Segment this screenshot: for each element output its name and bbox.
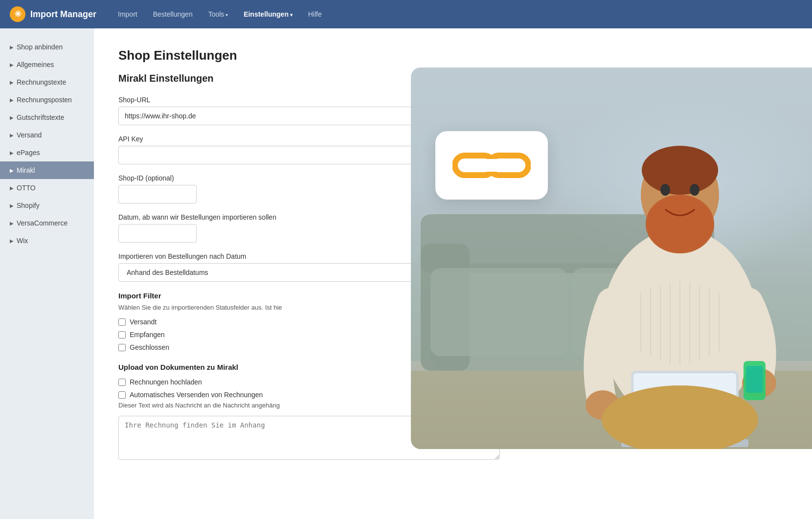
- sidebar-label: Versand: [17, 131, 42, 139]
- nav-hilfe[interactable]: Hilfe: [301, 6, 329, 22]
- import-by-label: Importieren von Bestellungen nach Datum: [118, 252, 788, 260]
- arrow-icon: ▶: [10, 133, 14, 138]
- api-key-input[interactable]: [118, 146, 500, 164]
- checkbox-versandt: Versandt: [118, 318, 788, 326]
- arrow-icon: ▶: [10, 115, 14, 120]
- message-textarea[interactable]: [118, 416, 500, 460]
- sidebar-label: Gutschriftstexte: [17, 113, 64, 121]
- sidebar-label: Allgemeines: [17, 61, 54, 68]
- sidebar-label: VersaCommerce: [17, 219, 68, 227]
- date-group: Datum, ab wann wir Bestellungen importie…: [118, 213, 788, 243]
- sidebar-item-rechnungstexte[interactable]: ▶ Rechnungstexte: [0, 73, 94, 91]
- checkbox-rechnungen-input[interactable]: [118, 379, 126, 386]
- checkbox-empfangen: Empfangen: [118, 331, 788, 338]
- import-filter-desc: Wählen Sie die zu importierenden Statusf…: [118, 304, 788, 311]
- upload-group: Upload von Dokumenten zu Mirakl Rechnung…: [118, 363, 788, 461]
- nav-bestellungen[interactable]: Bestellungen: [146, 6, 200, 22]
- checkbox-auto-versenden-label: Automatisches Versenden von Rechnungen: [130, 391, 263, 399]
- arrow-icon: ▶: [10, 203, 14, 208]
- nav-links: Import Bestellungen Tools Einstellungen …: [111, 6, 329, 22]
- sidebar-item-epages[interactable]: ▶ ePages: [0, 144, 94, 161]
- arrow-icon: ▶: [10, 80, 14, 85]
- sidebar-item-versand[interactable]: ▶ Versand: [0, 126, 94, 144]
- nav-einstellungen[interactable]: Einstellungen: [237, 6, 299, 22]
- sidebar-label: Mirakl: [17, 166, 35, 174]
- checkbox-versandt-label: Versandt: [130, 318, 157, 326]
- shop-id-group: Shop-ID (optional): [118, 174, 788, 203]
- sidebar-label: Rechnungstexte: [17, 78, 66, 86]
- shop-id-input[interactable]: [118, 185, 197, 203]
- checkbox-rechnungen-label: Rechnungen hochladen: [130, 378, 202, 386]
- sidebar-label: Shop anbinden: [17, 43, 63, 51]
- sidebar-label: Rechnungsposten: [17, 96, 72, 104]
- checkbox-auto-versenden-input[interactable]: [118, 391, 126, 399]
- sidebar-item-mirakl[interactable]: ▶ Mirakl: [0, 161, 94, 179]
- arrow-icon: ▶: [10, 45, 14, 50]
- date-input[interactable]: [118, 224, 197, 243]
- arrow-icon: ▶: [10, 185, 14, 191]
- sidebar-item-allgemeines[interactable]: ▶ Allgemeines: [0, 56, 94, 73]
- shop-url-input[interactable]: [118, 107, 500, 125]
- sidebar-item-shopify[interactable]: ▶ Shopify: [0, 197, 94, 214]
- arrow-icon: ▶: [10, 168, 14, 173]
- sidebar-item-shop-anbinden[interactable]: ▶ Shop anbinden: [0, 38, 94, 56]
- import-filter-title: Import Filter: [118, 292, 788, 300]
- sidebar-label: Wix: [17, 237, 28, 245]
- shop-url-group: Shop-URL: [118, 96, 788, 125]
- arrow-icon: ▶: [10, 221, 14, 226]
- upload-title: Upload von Dokumenten zu Mirakl: [118, 363, 788, 371]
- sidebar-label: Shopify: [17, 202, 40, 209]
- sidebar-item-rechnungsposten[interactable]: ▶ Rechnungsposten: [0, 91, 94, 109]
- textarea-desc: Dieser Text wird als Nachricht an die Na…: [118, 402, 788, 409]
- arrow-icon: ▶: [10, 150, 14, 156]
- sidebar: ▶ Shop anbinden ▶ Allgemeines ▶ Rechnung…: [0, 28, 94, 519]
- sidebar-label: ePages: [17, 149, 40, 157]
- checkbox-empfangen-input[interactable]: [118, 331, 126, 338]
- checkbox-rechnungen: Rechnungen hochladen: [118, 378, 788, 386]
- checkbox-auto-versenden: Automatisches Versenden von Rechnungen: [118, 391, 788, 399]
- checkbox-geschlossen: Geschlossen: [118, 343, 788, 351]
- nav-tools[interactable]: Tools: [202, 6, 235, 22]
- api-key-group: API Key: [118, 135, 788, 164]
- import-by-select[interactable]: Anhand des Bestelldatums: [118, 263, 500, 282]
- shop-url-label: Shop-URL: [118, 96, 788, 104]
- main-layout: ▶ Shop anbinden ▶ Allgemeines ▶ Rechnung…: [0, 28, 812, 519]
- checkbox-geschlossen-input[interactable]: [118, 344, 126, 351]
- brand-icon: ✳: [10, 6, 25, 22]
- arrow-icon: ▶: [10, 62, 14, 68]
- checkbox-geschlossen-label: Geschlossen: [130, 343, 169, 351]
- section-title: Mirakl Einstellungen: [118, 73, 788, 84]
- brand: ✳ Import Manager: [10, 6, 96, 22]
- page-title: Shop Einstellungen: [118, 48, 788, 63]
- import-by-group: Importieren von Bestellungen nach Datum …: [118, 252, 788, 282]
- sidebar-item-otto[interactable]: ▶ OTTO: [0, 179, 94, 197]
- checkbox-versandt-input[interactable]: [118, 318, 126, 326]
- checkbox-empfangen-label: Empfangen: [130, 331, 165, 338]
- sidebar-item-gutschriftstexte[interactable]: ▶ Gutschriftstexte: [0, 109, 94, 126]
- shop-id-label: Shop-ID (optional): [118, 174, 788, 182]
- sidebar-item-wix[interactable]: ▶ Wix: [0, 232, 94, 249]
- sidebar-label: OTTO: [17, 184, 36, 192]
- date-label: Datum, ab wann wir Bestellungen importie…: [118, 213, 788, 221]
- nav-import[interactable]: Import: [111, 6, 144, 22]
- navbar: ✳ Import Manager Import Bestellungen Too…: [0, 0, 812, 28]
- content-area: Shop Einstellungen Mirakl Einstellungen …: [94, 28, 812, 519]
- arrow-icon: ▶: [10, 97, 14, 103]
- brand-title: Import Manager: [30, 9, 96, 20]
- sidebar-item-versacommerce[interactable]: ▶ VersaCommerce: [0, 214, 94, 232]
- api-key-label: API Key: [118, 135, 788, 143]
- import-filter-group: Import Filter Wählen Sie die zu importie…: [118, 292, 788, 351]
- arrow-icon: ▶: [10, 238, 14, 244]
